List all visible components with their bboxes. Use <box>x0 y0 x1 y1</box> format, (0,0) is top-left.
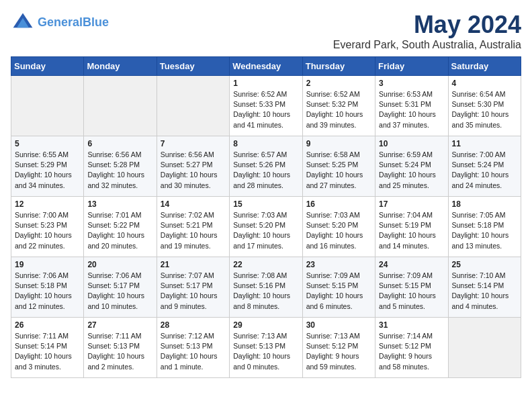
calendar-cell: 13Sunrise: 7:01 AM Sunset: 5:22 PM Dayli… <box>84 197 157 257</box>
weekday-header-cell: Tuesday <box>157 57 229 76</box>
day-info: Sunrise: 7:01 AM Sunset: 5:22 PM Dayligh… <box>87 210 152 251</box>
day-info: Sunrise: 6:55 AM Sunset: 5:29 PM Dayligh… <box>15 150 80 191</box>
calendar-cell: 15Sunrise: 7:03 AM Sunset: 5:20 PM Dayli… <box>230 197 302 257</box>
logo-line2: Blue <box>83 15 109 29</box>
day-info: Sunrise: 6:59 AM Sunset: 5:24 PM Dayligh… <box>379 150 444 191</box>
calendar-cell: 11Sunrise: 7:00 AM Sunset: 5:24 PM Dayli… <box>448 136 521 197</box>
calendar-cell <box>11 76 84 136</box>
day-number: 15 <box>233 199 298 209</box>
day-info: Sunrise: 7:12 AM Sunset: 5:13 PM Dayligh… <box>161 331 226 372</box>
weekday-header-row: SundayMondayTuesdayWednesdayThursdayFrid… <box>11 57 521 76</box>
calendar-cell: 17Sunrise: 7:04 AM Sunset: 5:19 PM Dayli… <box>375 197 448 257</box>
weekday-header-cell: Sunday <box>11 57 84 76</box>
day-info: Sunrise: 6:56 AM Sunset: 5:28 PM Dayligh… <box>87 150 152 191</box>
day-info: Sunrise: 6:53 AM Sunset: 5:31 PM Dayligh… <box>379 89 444 130</box>
day-info: Sunrise: 7:03 AM Sunset: 5:20 PM Dayligh… <box>306 210 371 251</box>
day-info: Sunrise: 6:54 AM Sunset: 5:30 PM Dayligh… <box>452 89 517 130</box>
calendar-cell: 16Sunrise: 7:03 AM Sunset: 5:20 PM Dayli… <box>302 197 375 257</box>
calendar-week-row: 1Sunrise: 6:52 AM Sunset: 5:33 PM Daylig… <box>11 76 521 136</box>
calendar-cell: 21Sunrise: 7:07 AM Sunset: 5:17 PM Dayli… <box>157 257 229 318</box>
calendar-cell: 1Sunrise: 6:52 AM Sunset: 5:33 PM Daylig… <box>230 76 302 136</box>
day-info: Sunrise: 6:56 AM Sunset: 5:27 PM Dayligh… <box>161 150 226 191</box>
calendar-cell: 25Sunrise: 7:10 AM Sunset: 5:14 PM Dayli… <box>448 257 521 318</box>
day-number: 31 <box>379 320 444 330</box>
day-info: Sunrise: 7:13 AM Sunset: 5:12 PM Dayligh… <box>306 331 371 372</box>
day-number: 19 <box>15 260 80 269</box>
day-number: 17 <box>379 199 444 209</box>
title-area: May 2024 Everard Park, South Australia, … <box>333 11 521 51</box>
calendar-cell: 23Sunrise: 7:09 AM Sunset: 5:15 PM Dayli… <box>302 257 375 318</box>
day-number: 2 <box>306 79 371 88</box>
day-info: Sunrise: 7:06 AM Sunset: 5:18 PM Dayligh… <box>15 271 80 312</box>
day-number: 18 <box>452 199 517 209</box>
calendar-week-row: 19Sunrise: 7:06 AM Sunset: 5:18 PM Dayli… <box>11 257 521 318</box>
weekday-header-cell: Wednesday <box>230 57 302 76</box>
day-number: 22 <box>233 260 298 269</box>
day-info: Sunrise: 6:58 AM Sunset: 5:25 PM Dayligh… <box>306 150 371 191</box>
day-info: Sunrise: 6:52 AM Sunset: 5:33 PM Dayligh… <box>233 89 298 130</box>
day-number: 24 <box>379 260 444 269</box>
calendar-cell <box>448 318 521 378</box>
day-info: Sunrise: 7:00 AM Sunset: 5:23 PM Dayligh… <box>15 210 80 251</box>
day-number: 14 <box>161 199 226 209</box>
day-info: Sunrise: 6:52 AM Sunset: 5:32 PM Dayligh… <box>306 89 371 130</box>
day-info: Sunrise: 7:09 AM Sunset: 5:15 PM Dayligh… <box>306 271 371 312</box>
calendar-cell: 5Sunrise: 6:55 AM Sunset: 5:29 PM Daylig… <box>11 136 84 197</box>
calendar-cell: 9Sunrise: 6:58 AM Sunset: 5:25 PM Daylig… <box>302 136 375 197</box>
day-info: Sunrise: 7:08 AM Sunset: 5:16 PM Dayligh… <box>233 271 298 312</box>
day-number: 10 <box>379 139 444 148</box>
calendar-cell: 22Sunrise: 7:08 AM Sunset: 5:16 PM Dayli… <box>230 257 302 318</box>
day-info: Sunrise: 7:06 AM Sunset: 5:17 PM Dayligh… <box>87 271 152 312</box>
calendar-cell: 24Sunrise: 7:09 AM Sunset: 5:15 PM Dayli… <box>375 257 448 318</box>
day-number: 27 <box>87 320 152 330</box>
calendar-body: 1Sunrise: 6:52 AM Sunset: 5:33 PM Daylig… <box>11 76 521 378</box>
calendar-cell: 28Sunrise: 7:12 AM Sunset: 5:13 PM Dayli… <box>157 318 229 378</box>
weekday-header-cell: Monday <box>84 57 157 76</box>
calendar-cell: 7Sunrise: 6:56 AM Sunset: 5:27 PM Daylig… <box>157 136 229 197</box>
day-number: 3 <box>379 79 444 88</box>
calendar-week-row: 26Sunrise: 7:11 AM Sunset: 5:14 PM Dayli… <box>11 318 521 378</box>
day-number: 23 <box>306 260 371 269</box>
calendar-cell: 30Sunrise: 7:13 AM Sunset: 5:12 PM Dayli… <box>302 318 375 378</box>
day-info: Sunrise: 7:05 AM Sunset: 5:18 PM Dayligh… <box>452 210 517 251</box>
day-info: Sunrise: 7:13 AM Sunset: 5:13 PM Dayligh… <box>233 331 298 372</box>
day-info: Sunrise: 7:14 AM Sunset: 5:12 PM Dayligh… <box>379 331 444 372</box>
month-title: May 2024 <box>333 11 521 39</box>
day-number: 8 <box>233 139 298 148</box>
day-info: Sunrise: 7:04 AM Sunset: 5:19 PM Dayligh… <box>379 210 444 251</box>
day-number: 29 <box>233 320 298 330</box>
calendar-cell <box>84 76 157 136</box>
location-title: Everard Park, South Australia, Australia <box>333 39 521 51</box>
calendar-cell: 27Sunrise: 7:11 AM Sunset: 5:13 PM Dayli… <box>84 318 157 378</box>
day-number: 25 <box>452 260 517 269</box>
day-number: 20 <box>87 260 152 269</box>
calendar-cell: 8Sunrise: 6:57 AM Sunset: 5:26 PM Daylig… <box>230 136 302 197</box>
day-info: Sunrise: 7:10 AM Sunset: 5:14 PM Dayligh… <box>452 271 517 312</box>
day-info: Sunrise: 7:07 AM Sunset: 5:17 PM Dayligh… <box>161 271 226 312</box>
day-number: 16 <box>306 199 371 209</box>
calendar-cell: 3Sunrise: 6:53 AM Sunset: 5:31 PM Daylig… <box>375 76 448 136</box>
calendar-cell: 10Sunrise: 6:59 AM Sunset: 5:24 PM Dayli… <box>375 136 448 197</box>
calendar-week-row: 12Sunrise: 7:00 AM Sunset: 5:23 PM Dayli… <box>11 197 521 257</box>
logo-icon <box>11 11 35 35</box>
calendar-cell: 6Sunrise: 6:56 AM Sunset: 5:28 PM Daylig… <box>84 136 157 197</box>
calendar-cell: 12Sunrise: 7:00 AM Sunset: 5:23 PM Dayli… <box>11 197 84 257</box>
day-info: Sunrise: 7:11 AM Sunset: 5:13 PM Dayligh… <box>87 331 152 372</box>
weekday-header-cell: Friday <box>375 57 448 76</box>
day-number: 12 <box>15 199 80 209</box>
weekday-header-cell: Thursday <box>302 57 375 76</box>
day-info: Sunrise: 7:00 AM Sunset: 5:24 PM Dayligh… <box>452 150 517 191</box>
page-header: GeneralBlue May 2024 Everard Park, South… <box>11 11 521 51</box>
calendar-cell: 19Sunrise: 7:06 AM Sunset: 5:18 PM Dayli… <box>11 257 84 318</box>
day-number: 21 <box>161 260 226 269</box>
day-number: 5 <box>15 139 80 148</box>
day-info: Sunrise: 7:09 AM Sunset: 5:15 PM Dayligh… <box>379 271 444 312</box>
day-number: 6 <box>87 139 152 148</box>
calendar-week-row: 5Sunrise: 6:55 AM Sunset: 5:29 PM Daylig… <box>11 136 521 197</box>
day-number: 4 <box>452 79 517 88</box>
calendar-cell: 26Sunrise: 7:11 AM Sunset: 5:14 PM Dayli… <box>11 318 84 378</box>
day-number: 7 <box>161 139 226 148</box>
day-number: 13 <box>87 199 152 209</box>
day-number: 9 <box>306 139 371 148</box>
calendar-cell <box>157 76 229 136</box>
